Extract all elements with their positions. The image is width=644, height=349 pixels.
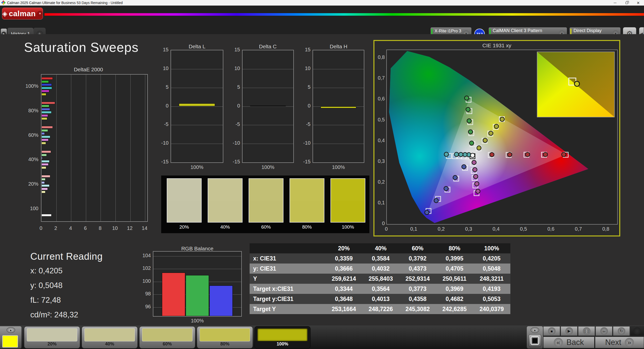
pattern-swatch-button-60%[interactable]: 60% — [139, 326, 195, 348]
y-tick-label: -5 — [306, 121, 311, 127]
deltae-bar-magenta — [41, 163, 49, 166]
measured-yellow — [494, 124, 498, 128]
measured-yellow — [483, 138, 487, 142]
pattern-swatch-button-20%[interactable]: 20% — [24, 326, 80, 348]
measured-magenta — [476, 189, 480, 193]
y-tick-label: 10 — [163, 66, 169, 71]
next-button[interactable]: Next » — [595, 337, 644, 348]
table-cell: 0,3666 — [325, 264, 362, 274]
pattern-swatch-button-100%[interactable]: 100% — [254, 326, 311, 348]
x-tick-label: 12 — [127, 225, 132, 231]
table-cell: 0,4358 — [399, 294, 436, 304]
swatch-actual — [208, 179, 242, 201]
cie-1931-panel[interactable]: CIE 1931 xy — [373, 40, 620, 236]
swatch-target — [208, 201, 242, 222]
table-cell: 253,1664 — [325, 304, 362, 314]
cie-x-tick: 0 — [385, 226, 388, 232]
table-row: Y259,6214255,8403252,9314250,5611248,321… — [250, 274, 510, 284]
table-cell: 0,3648 — [325, 294, 362, 304]
table-cell: 0,3344 — [325, 284, 362, 294]
stop-icon: ■ — [548, 327, 556, 335]
continuous-measure-button[interactable]: ∞ — [595, 326, 612, 336]
pattern-color-patch — [142, 328, 193, 341]
y-tick-label: -10 — [161, 140, 169, 146]
swatch-40% — [208, 178, 243, 223]
close-button[interactable]: × — [632, 0, 644, 6]
pattern-window-button[interactable] — [529, 334, 541, 347]
gridline — [171, 125, 223, 125]
calman-menu-button[interactable]: ◈ calman ▼ — [2, 8, 43, 19]
window-title: Calman 2025 Calman Ultimate for Business… — [7, 1, 123, 5]
y-tick-label: 0 — [237, 103, 240, 109]
table-cell: 0,3564 — [362, 284, 399, 294]
expand-up-button[interactable]: ▲ — [7, 327, 15, 333]
play-icon: ▶ — [565, 327, 573, 335]
rgb-balance-chart — [153, 251, 242, 317]
next-chevron-icon: » — [625, 338, 634, 347]
gridline — [243, 88, 293, 88]
deltae-bar-green — [41, 154, 47, 156]
pattern-bar: ▲ 20%40%60%80%100% ▲ ■ ▶ [··] ∞ ↻ « Back… — [0, 325, 644, 349]
y-tick-label: 5 — [308, 84, 311, 90]
category-label: 100 — [30, 206, 38, 211]
pattern-swatch-button-40%[interactable]: 40% — [82, 326, 138, 348]
stop-button[interactable]: ■ — [543, 326, 560, 336]
gridline — [115, 75, 116, 221]
delta-h-title: Delta H — [330, 43, 347, 50]
back-chevron-icon: « — [554, 338, 563, 347]
deltae-bar-red — [41, 126, 53, 128]
x-tick-label: 10 — [112, 225, 118, 231]
x-axis-label: 100% — [332, 164, 345, 170]
y-tick-label: 102 — [142, 265, 151, 271]
deltae-bar-yellow — [41, 117, 47, 120]
play-button[interactable]: ▶ — [561, 326, 578, 336]
restore-button[interactable] — [621, 0, 632, 6]
current-reading-y: y: 0,5048 — [30, 281, 63, 290]
gridline — [243, 144, 293, 144]
cie-y-tick: 0,8 — [378, 54, 385, 60]
measured-red — [490, 152, 494, 157]
y-tick-label: -5 — [164, 121, 169, 127]
pattern-swatch-button-80%[interactable]: 80% — [197, 326, 253, 348]
measured-cyan — [463, 152, 467, 157]
up-arrow-icon: ▲ — [534, 329, 536, 332]
cie-x-tick: 0,6 — [547, 226, 555, 232]
step-measure-button[interactable]: [··] — [578, 326, 595, 336]
gridline — [56, 75, 57, 221]
controls-left-panel: ▲ — [527, 326, 543, 348]
deltae-bar-yellow — [41, 142, 46, 144]
y-tick-label: 96 — [145, 304, 151, 310]
table-row: x: CIE310,33590,35840,37920,39950,4205 — [250, 253, 510, 264]
current-color-swatch[interactable] — [2, 335, 18, 347]
cie-x-tick: 0,3 — [465, 226, 472, 232]
y-tick-label: -15 — [233, 159, 240, 165]
back-button[interactable]: « Back — [543, 337, 594, 348]
y-tick-label: -5 — [235, 121, 240, 127]
x-tick-label: 8 — [99, 225, 102, 231]
gridline — [243, 106, 293, 107]
current-reading-fl: fL: 72,48 — [30, 296, 61, 305]
deltae-bar-blue — [41, 83, 52, 86]
gridline — [171, 106, 223, 107]
cie-x-tick: 0,5 — [520, 226, 527, 232]
table-cell: 250,5611 — [436, 274, 473, 284]
expand-up-button[interactable]: ▲ — [531, 327, 539, 333]
table-cell: 0,3792 — [399, 253, 436, 264]
measured-blue — [434, 199, 438, 203]
deltae-bar-magenta — [41, 188, 48, 190]
pattern-swatch-label: 40% — [82, 341, 137, 347]
category-label: 80% — [28, 108, 38, 114]
minimize-button[interactable] — [609, 0, 621, 6]
pattern-bar-left-panel: ▲ — [0, 326, 21, 348]
gridline — [313, 125, 364, 125]
inactive-control-button[interactable] — [630, 326, 644, 336]
calman-logo-text: calman — [9, 9, 36, 18]
swatch-actual — [167, 179, 201, 201]
measured-red — [562, 152, 566, 157]
gridline — [130, 75, 131, 221]
table-header: 100% — [473, 243, 510, 253]
refresh-button[interactable]: ↻ — [613, 326, 630, 336]
y-tick-label: 5 — [166, 84, 169, 90]
table-cell: 0,3773 — [399, 284, 436, 294]
table-header — [250, 243, 325, 253]
